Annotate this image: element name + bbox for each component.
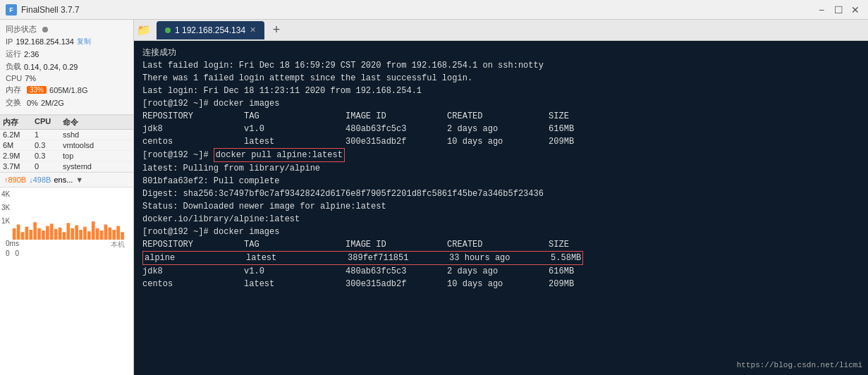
process-row-1: 6M 0.3 vmtoolsd <box>0 140 133 151</box>
terminal-line-10: 801bfaa63ef2: Pull complete <box>142 175 860 188</box>
status-dot <box>42 27 48 32</box>
terminal-line-16: alpine latest 389fef711851 33 hours ago … <box>142 251 860 265</box>
terminal-line-11: Digest: sha256:3c7497bf0c7af93428242d617… <box>142 188 860 200</box>
mem-row: 内存 33% 605M/1.8G <box>6 85 128 95</box>
proc-cmd-3: systemd <box>63 162 130 171</box>
svg-rect-4 <box>29 230 32 240</box>
new-tab-button[interactable]: + <box>269 23 284 38</box>
run-label: 运行 <box>6 49 21 59</box>
load-value: 0.14, 0.24, 0.29 <box>24 63 78 71</box>
terminal-line-15: REPOSITORY TAG IMAGE ID CREATED SIZE <box>142 238 860 251</box>
svg-rect-9 <box>50 223 54 240</box>
svg-rect-11 <box>59 228 62 240</box>
chart-label-4k: 4K <box>1 190 10 198</box>
swap-row: 交换 0% 2M/2G <box>6 97 128 108</box>
terminal-tab[interactable]: 1 192.168.254.134 ✕ <box>157 21 264 39</box>
terminal-line-4: [root@192 ~]# docker images <box>142 97 860 110</box>
swap-label: 交换 <box>6 97 21 108</box>
alpine-row-highlight: alpine latest 389fef711851 33 hours ago … <box>142 251 583 265</box>
svg-rect-15 <box>75 226 78 240</box>
proc-mem-2: 2.9M <box>3 152 35 160</box>
content-area: 📁 1 192.168.254.134 ✕ + 连接成功 Last failed… <box>134 20 868 375</box>
process-table: 内存 CPU 命令 6.2M 1 sshd 6M 0.3 vmtoolsd 2.… <box>0 115 133 172</box>
terminal-line-6: jdk8 v1.0 480ab63fc5c3 2 days ago 616MB <box>142 123 860 135</box>
terminal-line-8: [root@192 ~]# docker pull alpine:latest <box>142 148 860 162</box>
proc-mem-1: 6M <box>3 141 35 149</box>
run-value: 2:36 <box>24 50 39 59</box>
load-label: 负载 <box>6 61 21 72</box>
svg-rect-2 <box>21 232 25 240</box>
command-highlight: docker pull alpine:latest <box>214 148 345 162</box>
proc-mem-0: 6.2M <box>3 130 35 139</box>
terminal-line-17: jdk8 v1.0 480ab63fc5c3 2 days ago 616MB <box>142 265 860 278</box>
cpu-row: CPU 7% <box>6 74 128 82</box>
tab-close-button[interactable]: ✕ <box>250 25 256 35</box>
app-title: FinalShell 3.7.7 <box>21 5 814 15</box>
proc-cmd-2: top <box>63 152 130 160</box>
network-chart <box>4 190 129 240</box>
svg-rect-16 <box>79 230 82 240</box>
svg-rect-18 <box>87 231 91 240</box>
sync-label: 同步状态 <box>6 24 37 35</box>
terminal-line-0: 连接成功 <box>142 47 860 59</box>
swap-percent: 0% <box>27 99 38 107</box>
terminal-line-13: docker.io/library/alpine:latest <box>142 213 860 226</box>
svg-rect-24 <box>112 230 116 240</box>
col-mem: 内存 <box>3 117 35 128</box>
proc-cpu-1: 0.3 <box>35 141 63 149</box>
svg-rect-6 <box>37 228 41 240</box>
maximize-button[interactable]: ☐ <box>831 3 845 17</box>
proc-cpu-2: 0.3 <box>35 152 63 160</box>
main-layout: 同步状态 IP 192.168.254.134 复制 运行 2:36 负载 0.… <box>0 20 868 375</box>
ip-label: IP <box>6 37 13 46</box>
chart-label-3k: 3K <box>1 204 10 211</box>
svg-rect-5 <box>33 222 37 240</box>
mem-value: 605M/1.8G <box>49 86 87 94</box>
local-label: 本机 <box>111 240 128 250</box>
minimize-button[interactable]: − <box>814 3 829 17</box>
tab-bar: 📁 1 192.168.254.134 ✕ + <box>134 20 868 41</box>
title-bar: F FinalShell 3.7.7 − ☐ ✕ <box>0 0 868 20</box>
sidebar: 同步状态 IP 192.168.254.134 复制 运行 2:36 负载 0.… <box>0 20 134 375</box>
terminal-line-1: Last failed login: Fri Dec 18 16:59:29 C… <box>142 59 860 72</box>
cpu-value: 7% <box>25 74 36 82</box>
close-button[interactable]: ✕ <box>848 3 862 17</box>
terminal-line-18: centos latest 300e315adb2f 10 days ago 2… <box>142 278 860 290</box>
cpu-label: CPU <box>6 74 22 82</box>
mem-percent: 33% <box>27 86 47 94</box>
svg-rect-8 <box>46 226 49 240</box>
proc-cpu-3: 0 <box>35 162 63 171</box>
mem-label: 内存 <box>6 85 21 95</box>
terminal-line-2: There was 1 failed login attempt since t… <box>142 72 860 85</box>
svg-rect-22 <box>104 224 108 240</box>
terminal-line-14: [root@192 ~]# docker images <box>142 226 860 238</box>
svg-rect-20 <box>96 228 99 240</box>
folder-icon[interactable]: 📁 <box>137 23 151 37</box>
col-cpu: CPU <box>35 117 63 128</box>
proc-cmd-1: vmtoolsd <box>63 141 130 149</box>
svg-rect-26 <box>121 232 124 240</box>
tab-connected-dot <box>165 27 171 33</box>
ip-row: IP 192.168.254.134 复制 <box>6 37 128 47</box>
load-row: 负载 0.14, 0.24, 0.29 <box>6 61 128 72</box>
net-expand-icon[interactable]: ▼ <box>75 176 83 184</box>
terminal-line-3: Last login: Fri Dec 18 11:23:11 2020 fro… <box>142 85 860 97</box>
svg-rect-19 <box>92 221 95 240</box>
col-cmd: 命令 <box>63 117 130 128</box>
chart-labels: 4K 3K 1K <box>1 190 10 225</box>
terminal[interactable]: 连接成功 Last failed login: Fri Dec 18 16:59… <box>134 41 868 375</box>
svg-rect-23 <box>109 228 112 240</box>
ip-value: 192.168.254.134 <box>16 37 74 46</box>
process-header: 内存 CPU 命令 <box>0 116 133 130</box>
terminal-line-9: latest: Pulling from library/alpine <box>142 162 860 175</box>
window-controls[interactable]: − ☐ ✕ <box>814 3 862 17</box>
net-down: ↓498B <box>29 176 51 184</box>
svg-rect-7 <box>42 230 45 240</box>
svg-rect-12 <box>63 232 66 240</box>
proc-mem-3: 3.7M <box>3 162 35 171</box>
net-stats: ↑890B ↓498B ens... ▼ <box>0 172 133 187</box>
process-row-3: 3.7M 0 systemd <box>0 161 133 172</box>
run-row: 运行 2:36 <box>6 49 128 59</box>
terminal-line-7: centos latest 300e315adb2f 10 days ago 2… <box>142 135 860 148</box>
copy-button[interactable]: 复制 <box>77 37 91 47</box>
